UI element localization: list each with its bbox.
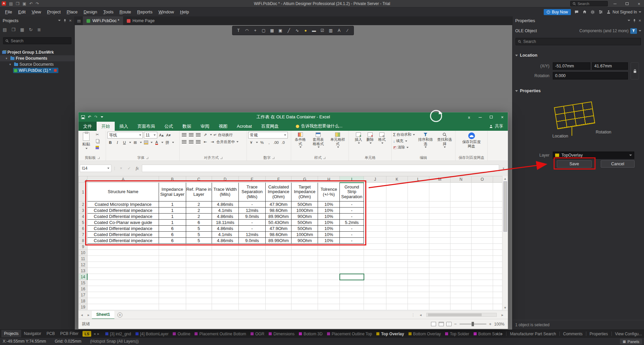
scroll-down-icon[interactable]: ▼ — [504, 305, 507, 310]
cell-G18[interactable] — [291, 298, 318, 304]
cell-H3[interactable]: 10% — [318, 208, 340, 214]
bottom-panel-tab-projects[interactable]: Projects — [1, 330, 21, 338]
cell-G17[interactable] — [291, 292, 318, 298]
decrease-indent-button[interactable]: ⇤ — [202, 139, 208, 145]
cell-C6[interactable]: 5 — [186, 226, 212, 232]
panel-refresh-icon[interactable]: ↻ — [29, 27, 33, 32]
cell-G10[interactable] — [291, 250, 318, 256]
cell-H5[interactable]: 10% — [318, 220, 340, 226]
layer-tab[interactable]: Placement Outline Top — [327, 332, 372, 336]
cell-E19[interactable] — [238, 304, 266, 310]
cell-F18[interactable] — [266, 298, 291, 304]
cell-P7[interactable] — [493, 232, 503, 238]
cell-G16[interactable] — [291, 286, 318, 292]
cell-J17[interactable] — [364, 292, 386, 298]
insert-cells-button[interactable]: 插入 — [354, 132, 364, 145]
cell-C12[interactable] — [186, 262, 212, 268]
align-middle-button[interactable] — [188, 132, 194, 138]
preferences-icon[interactable] — [598, 10, 603, 14]
cell-K18[interactable] — [386, 298, 408, 304]
cell-P17[interactable] — [493, 292, 503, 298]
expand-arrow-icon[interactable]: ▾ — [9, 63, 13, 66]
cell-K16[interactable] — [386, 286, 408, 292]
cell-H11[interactable] — [318, 256, 340, 262]
zoom-out-button[interactable]: − — [454, 322, 457, 327]
column-header-B[interactable]: B — [159, 176, 186, 183]
cell-I6[interactable]: - — [340, 226, 364, 232]
cell-H12[interactable] — [318, 262, 340, 268]
differential-pair-tool-icon[interactable]: ∿ — [293, 27, 301, 34]
increase-font-button[interactable]: A▴ — [158, 132, 164, 138]
cell-P15[interactable] — [493, 280, 503, 286]
cell-N1[interactable] — [450, 183, 472, 202]
format-cells-button[interactable]: 格式 — [377, 132, 387, 145]
cell-F4[interactable]: 89.99Ohm — [266, 214, 291, 220]
via-tool-icon[interactable]: ▢ — [260, 27, 267, 34]
cell-P13[interactable] — [493, 268, 503, 274]
scroll-up-icon[interactable]: ▲ — [504, 176, 507, 181]
zoom-level[interactable]: 100% — [494, 322, 504, 327]
tell-me-box[interactable]: 告诉我您想要做什么... — [296, 122, 342, 131]
hscroll-right-icon[interactable]: ▸ — [499, 313, 506, 317]
cell-G2[interactable]: 50Ohm — [291, 202, 318, 208]
cell-L9[interactable] — [408, 244, 429, 250]
cell-E12[interactable] — [238, 262, 266, 268]
cell-P19[interactable] — [493, 304, 503, 310]
cell-J18[interactable] — [364, 298, 386, 304]
cell-L11[interactable] — [408, 256, 429, 262]
cell-F11[interactable] — [266, 256, 291, 262]
cell-F14[interactable] — [266, 274, 291, 280]
splitter-grip[interactable]: ⋮ — [411, 313, 415, 317]
track-tool-icon[interactable]: ╱ — [285, 27, 292, 34]
cell-J12[interactable] — [364, 262, 386, 268]
expand-formula-bar-icon[interactable]: ▾ — [500, 165, 506, 172]
column-header-O[interactable]: O — [472, 176, 493, 183]
cell-D11[interactable] — [212, 256, 238, 262]
dialog-launcher-icon[interactable] — [323, 157, 325, 159]
cell-E1[interactable]: Trace Separation (Mils) — [238, 183, 266, 202]
zoom-slider-thumb[interactable] — [472, 322, 474, 326]
row-header-1[interactable]: 1 — [79, 183, 88, 202]
cell-D3[interactable]: 4.1mils — [212, 208, 238, 214]
cell-O12[interactable] — [472, 262, 493, 268]
cell-E4[interactable]: 9.0mils — [238, 214, 266, 220]
cell-F9[interactable] — [266, 244, 291, 250]
cell-L14[interactable] — [408, 274, 429, 280]
panel-menu-icon[interactable] — [628, 20, 630, 21]
cell-styles-button[interactable]: 单元格样式 — [328, 132, 347, 149]
cell-M3[interactable] — [429, 208, 450, 214]
cell-A7[interactable]: Coated Differential impedance — [87, 232, 159, 238]
cell-N7[interactable] — [450, 232, 472, 238]
cell-J16[interactable] — [364, 286, 386, 292]
cell-G13[interactable] — [291, 268, 318, 274]
properties-search-input[interactable]: Search — [516, 38, 641, 45]
column-header-F[interactable]: F — [266, 176, 291, 183]
align-right-button[interactable] — [195, 139, 201, 145]
bottom-panel-tab-pcb-filter[interactable]: PCB Filter — [57, 330, 81, 338]
cell-I3[interactable]: - — [340, 208, 364, 214]
cell-P9[interactable] — [493, 244, 503, 250]
quick-access-customize-icon[interactable] — [101, 116, 103, 118]
properties-section-header[interactable]: Properties — [515, 88, 541, 94]
cell-A1[interactable]: Structure Name — [87, 183, 159, 202]
cell-J13[interactable] — [364, 268, 386, 274]
projects-search-input[interactable]: Search — [3, 37, 71, 44]
page-break-view-button[interactable] — [446, 322, 451, 326]
solid-region-tool-icon[interactable]: ▣ — [277, 27, 284, 34]
cell-A5[interactable]: Coated Co-Planar wave guide — [87, 220, 159, 226]
cell-E15[interactable] — [238, 280, 266, 286]
borders-button[interactable]: ⊞ — [132, 139, 138, 146]
wrap-text-button[interactable]: ↵自动换行 — [213, 132, 233, 138]
cell-O3[interactable] — [472, 208, 493, 214]
cell-O15[interactable] — [472, 280, 493, 286]
cell-F2[interactable]: 47.9Ohm — [266, 202, 291, 208]
layer-tab[interactable]: Top Overlay — [376, 332, 404, 336]
row-header-5[interactable]: 5 — [79, 220, 88, 226]
highlight-tool-icon[interactable]: ● — [302, 27, 309, 34]
cell-A13[interactable] — [87, 268, 159, 274]
cell-G15[interactable] — [291, 280, 318, 286]
cell-I15[interactable] — [340, 280, 364, 286]
fill-color-button[interactable] — [143, 139, 149, 146]
cell-B17[interactable] — [159, 292, 186, 298]
page-layout-view-button[interactable] — [439, 322, 444, 326]
